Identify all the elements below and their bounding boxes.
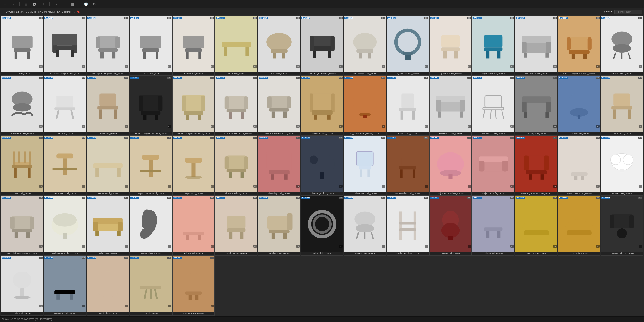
- asset-item[interactable]: MAX 2014CO+1Caratos Armchair CA77A_coron…: [215, 76, 258, 136]
- asset-item[interactable]: MAX 2014CO+1055 Capitol Complex Chair_co…: [86, 16, 129, 76]
- asset-item[interactable]: MAX 2014CO+1Bek Chair_corona: [44, 76, 86, 136]
- bookmark-icon[interactable]: 🔖: [76, 10, 80, 14]
- asset-item[interactable]: MAX 2014CO+1Armchair DAW_corona: [601, 16, 643, 76]
- asset-item[interactable]: MAX 2014CO+1Again Chair 313_corona: [429, 16, 472, 76]
- badge-type: CO: [553, 77, 557, 79]
- asset-item[interactable]: MAX 2014CO+1Stepladder Chair_corona: [386, 196, 429, 256]
- asset-item[interactable]: MAX 2014CO+1Totem Chair_corona: [429, 196, 472, 256]
- asset-item[interactable]: MAX 2014CO+1Freiald 175 Sofa_corona: [429, 76, 472, 136]
- asset-item[interactable]: MAX 2014CO+1Spiral Chair_corona: [301, 196, 343, 256]
- filter-input[interactable]: [614, 10, 642, 14]
- svg-rect-111: [363, 114, 367, 118]
- asset-item[interactable]: MAX 2014CO+1Hackney Sofa_corona: [515, 76, 557, 136]
- asset-item[interactable]: MAX 2014CO+1520 P Chair_corona: [172, 16, 215, 76]
- asset-item[interactable]: MAX 2014CO+1Chieftains Chair_corona: [301, 76, 343, 136]
- asset-item[interactable]: MAX 2014CO+1Tulip Chair_corona: [1, 256, 43, 316]
- asset-item[interactable]: MAX 2014CO+1Jasper Bench_corona: [86, 136, 129, 196]
- asset-item[interactable]: MAX 2014CO+1Icarus Chair_corona: [601, 76, 643, 136]
- asset-item[interactable]: MAX 2018CO+1Mun Chair with Armrests_coro…: [1, 196, 43, 256]
- asset-item[interactable]: MAX 2017CO+1Pacha Lounge Chair_corona: [44, 196, 86, 256]
- asset-item[interactable]: MAX 2014CO+1Hilco Armchair_corona: [558, 76, 600, 136]
- breadcrumb-bar: ← D:\Asset Library \ 3D \ Models \ Dimen…: [0, 8, 644, 15]
- asset-item[interactable]: MAX 2014CO+1Jasper Bar Stool_corona: [44, 136, 86, 196]
- svg-line-124: [483, 110, 485, 119]
- asset-item[interactable]: MAX 2014CO+1Lounge Chair 670_corona: [601, 196, 643, 256]
- badge-max: MAX 2014: [216, 77, 225, 79]
- asset-item[interactable]: MAX 2014CO+1Alexander 06 Sofa_corona: [515, 16, 557, 76]
- asset-item[interactable]: MAX 2014CO+1Major Tom Armchair_corona: [429, 136, 472, 196]
- asset-item[interactable]: MAX 2014CO+1Milo Baughman Armchair_coron…: [515, 136, 557, 196]
- asset-item[interactable]: MAX 2014CO+1Panton Chair_corona: [130, 196, 172, 256]
- asset-item[interactable]: MAX 2017CO+1Eames Chair_corona: [344, 196, 386, 256]
- asset-item[interactable]: MAX 2014CO+1Zanotta Chair_corona: [172, 256, 215, 316]
- asset-item[interactable]: MAX 2014CO+1Again Chair 314_corona: [472, 16, 514, 76]
- asset-item[interactable]: MAX 2014CO+1Jasper Counter Stool_corona: [130, 136, 172, 196]
- asset-item[interactable]: MAX 2014CO+1629 Bench_corona: [215, 16, 258, 76]
- asset-item[interactable]: MAX 2014CO+1Caratos Armchair CA77B_coron…: [258, 76, 300, 136]
- badge-type: CO: [510, 137, 514, 139]
- asset-item[interactable]: MAX 2014CO+1829 Chair_corona: [258, 16, 300, 76]
- image-icon[interactable]: 🖼: [32, 2, 37, 7]
- asset-item[interactable]: MAX 2014CO+1Jasper Stool_corona: [172, 136, 215, 196]
- asset-item[interactable]: MAX 2014CO+1Again Chair 311_corona: [386, 16, 429, 76]
- list-icon[interactable]: ☰: [62, 2, 67, 7]
- asset-count: +1: [39, 305, 42, 308]
- asset-item[interactable]: MAX 2014CO+1Y Chair_corona: [130, 256, 172, 316]
- svg-rect-29: [273, 52, 276, 58]
- asset-item[interactable]: MAX 2014CO+1214 Silis Chair_corona: [130, 16, 172, 76]
- refresh-icon[interactable]: ↻: [73, 10, 76, 14]
- grid-view-icon[interactable]: ⊞: [23, 2, 29, 7]
- asset-item[interactable]: MAX 2014CO+1Palais Sofa_corona: [86, 196, 129, 256]
- asset-item[interactable]: MAX 2014CO+1Mouse Chair_corona: [601, 136, 643, 196]
- badge-max: MAX 2014: [258, 17, 268, 19]
- asset-item[interactable]: MAX 2014CO+1051 Capitol Complex Chair_co…: [44, 16, 86, 76]
- asset-item[interactable]: MAX 2014CO+1Pillow Chair_corona: [172, 196, 215, 256]
- star-icon[interactable]: ★: [53, 2, 59, 7]
- asset-item[interactable]: MAX 2014CO+1Wingback Chair_corona: [44, 256, 86, 316]
- badge-max: MAX 2014: [302, 197, 310, 199]
- asset-item[interactable]: MAX 2014SC+1Luz Wooden Chair_corona: [386, 136, 429, 196]
- breadcrumb-path: D:\Asset Library \ 3D \ Models \ Dimensi…: [6, 10, 70, 13]
- asset-item[interactable]: MAX 2014CO+1002 Chair_corona: [1, 16, 43, 76]
- back-icon[interactable]: ←: [2, 2, 8, 7]
- asset-item[interactable]: MAX 2014CO+1Togo Sofa_corona: [558, 196, 600, 256]
- asset-item[interactable]: MAX 2014CO+1Lilo Wing Chair_corona: [258, 136, 300, 196]
- asset-item[interactable]: MAX 2014CO+1Bernard Lounge Chair Black_c…: [130, 76, 172, 136]
- asset-item[interactable]: MAX 2014CO+1Bernard Lounge Chair Natur_c…: [172, 76, 215, 136]
- asset-count: +1: [125, 65, 128, 68]
- asset-item[interactable]: MAX 2014CO+1Aodoo Lounge Chair 1131_coro…: [558, 16, 600, 76]
- home-icon[interactable]: ⌂: [10, 2, 16, 7]
- asset-item[interactable]: MAX 2014CO+1Womb Chair_corona: [86, 256, 129, 316]
- grid2-icon[interactable]: ▦: [70, 2, 76, 7]
- asset-item[interactable]: MAX 2014CO+1Reading Chair_corona: [258, 196, 300, 256]
- svg-point-243: [441, 223, 460, 238]
- box-icon[interactable]: □: [40, 2, 46, 7]
- asset-item[interactable]: MAX 2014CO+1Urban Chair_corona: [472, 196, 514, 256]
- asset-item[interactable]: MAX 2014CO+1Random Chair_corona: [215, 196, 258, 256]
- svg-rect-259: [54, 290, 76, 294]
- svg-rect-107: [314, 114, 317, 120]
- asset-item[interactable]: MAX 2014CO+1Libera Armchair_corona: [215, 136, 258, 196]
- asset-item[interactable]: MAX 2014CO+1Louis Ghost Chair_corona: [344, 136, 386, 196]
- asset-item[interactable]: MAX 2014CO+1Egg Chair Loungechair_corona: [344, 76, 386, 136]
- sort-button[interactable]: ↕ Sort ▾: [604, 10, 612, 13]
- nav-back-icon[interactable]: ←: [2, 10, 4, 13]
- asset-item[interactable]: MAX 2014CO+1Loie Lounge Chair_corona: [301, 136, 343, 196]
- asset-label: Jasper Bench_corona: [87, 192, 128, 196]
- asset-item[interactable]: MAX 2017CO+1Moon Slipper Chair_corona: [558, 136, 600, 196]
- clock-icon[interactable]: 🕐: [83, 2, 88, 7]
- asset-item[interactable]: MAX 2014CO+1Generic C Chair_corona: [472, 76, 514, 136]
- asset-item[interactable]: MAX 2014CO+1808 Lounge Armchair_corona: [301, 16, 343, 76]
- asset-item[interactable]: MAX 2014CO+1Togo Lounge_corona: [515, 196, 557, 256]
- asset-item[interactable]: MAX 2014CO+1Bend Chair_corona: [86, 76, 129, 136]
- asset-item[interactable]: MAX 2017CO+1Major Tom Sofa_corona: [472, 136, 514, 196]
- svg-rect-204: [30, 216, 34, 229]
- settings-icon[interactable]: ⚙: [91, 2, 97, 7]
- asset-item[interactable]: MAX 2014CO+1Evo-C Chair_corona: [386, 76, 429, 136]
- asset-count: +1: [468, 65, 471, 68]
- asset-count: +1: [39, 125, 42, 128]
- asset-item[interactable]: MAX 2014CO+1Ace Lounge Chair_corona: [344, 16, 386, 76]
- badge-max: MAX 2014: [258, 197, 268, 199]
- asset-item[interactable]: MAX 2014CO+1Armchair Rocker_corona: [1, 76, 43, 136]
- asset-item[interactable]: MAX 2014CO+1J104 Chair_corona: [1, 136, 43, 196]
